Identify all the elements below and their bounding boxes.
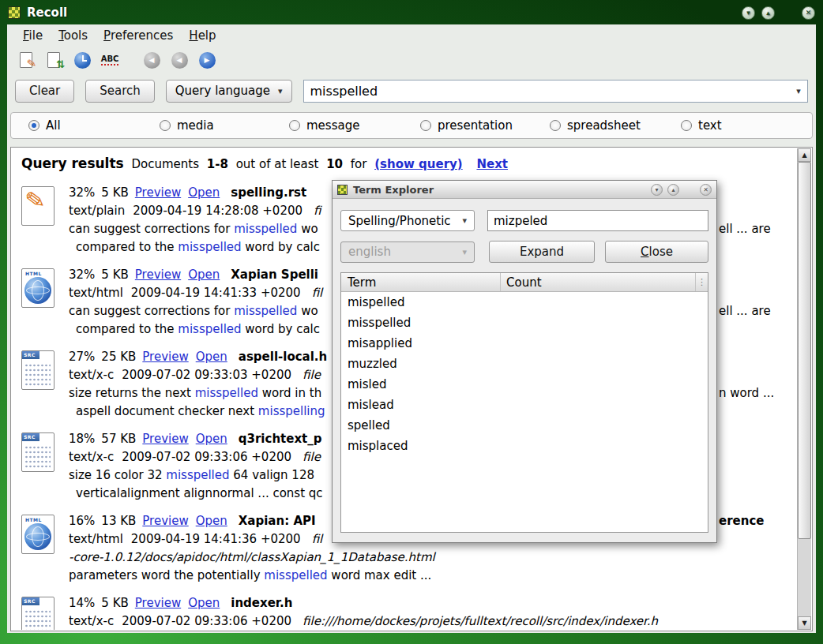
snippet-text: compared to the bbox=[76, 322, 178, 336]
query-language-select[interactable]: Query language ▾ bbox=[166, 80, 292, 103]
menu-preferences[interactable]: Preferences bbox=[96, 26, 181, 45]
radio-icon bbox=[160, 120, 171, 131]
open-link[interactable]: Open bbox=[188, 596, 220, 610]
term-row[interactable]: misapplied bbox=[341, 333, 708, 354]
prev-page-button[interactable]: ◀ bbox=[169, 50, 190, 70]
results-scrollbar[interactable]: ▲ ▼ bbox=[797, 148, 811, 630]
match-type-select[interactable]: Spelling/Phonetic ▾ bbox=[340, 210, 475, 231]
preview-link[interactable]: Preview bbox=[142, 432, 188, 446]
term-row[interactable]: spelled bbox=[341, 415, 708, 436]
dialog-shade-button[interactable]: ▾ bbox=[651, 184, 663, 196]
filter-media[interactable]: media bbox=[160, 118, 214, 133]
term-row[interactable]: mislead bbox=[341, 395, 708, 415]
scrollbar-thumb[interactable] bbox=[798, 162, 811, 539]
open-link[interactable]: Open bbox=[196, 514, 227, 528]
preview-link[interactable]: Preview bbox=[135, 268, 181, 282]
open-link[interactable]: Open bbox=[188, 268, 220, 282]
html-label: HTML bbox=[25, 517, 42, 522]
recoll-app-icon bbox=[337, 185, 348, 195]
dialog-body: Spelling/Phonetic ▾ english ▾ Expand Clo… bbox=[333, 199, 716, 542]
dialog-close-button[interactable]: ✕ bbox=[700, 184, 712, 196]
snippet-text: wo bbox=[297, 304, 318, 318]
explorer-buttons-row: english ▾ Expand Close bbox=[340, 241, 708, 263]
mime-type: text/html bbox=[69, 532, 123, 546]
next-page-button[interactable]: ▶ bbox=[197, 50, 217, 70]
preview-link[interactable]: Preview bbox=[142, 514, 188, 528]
filter-label: text bbox=[698, 118, 722, 133]
snippet-text: parameters word the potentially bbox=[69, 568, 264, 582]
query-language-label: Query language bbox=[175, 84, 270, 98]
first-page-button[interactable]: ◀ bbox=[141, 50, 162, 70]
term-explorer-dialog: Term Explorer ▾ ▴ ✕ Spelling/Phonetic ▾ … bbox=[332, 180, 717, 543]
source-file-icon: SRC bbox=[21, 597, 58, 630]
radio-icon bbox=[550, 120, 561, 131]
doc-path: fi bbox=[314, 204, 321, 218]
menu-file[interactable]: File bbox=[15, 26, 51, 45]
update-index-icon[interactable]: ⇅ bbox=[44, 50, 65, 70]
term-row[interactable]: misplaced bbox=[341, 436, 708, 456]
results-title: Query results bbox=[21, 155, 124, 171]
filter-row: All media message presentation spreadshe… bbox=[10, 112, 813, 139]
open-link[interactable]: Open bbox=[196, 350, 227, 364]
filter-text[interactable]: text bbox=[681, 118, 722, 133]
combobox-dropdown-icon[interactable]: ▾ bbox=[790, 86, 807, 96]
unshade-button[interactable]: ▴ bbox=[761, 6, 775, 20]
filter-message[interactable]: message bbox=[289, 118, 359, 133]
column-term[interactable]: Term bbox=[341, 273, 501, 291]
filter-label: All bbox=[46, 118, 61, 133]
filter-presentation[interactable]: presentation bbox=[420, 118, 513, 133]
preview-link[interactable]: Preview bbox=[135, 185, 181, 200]
snippet-highlight: misspelled bbox=[195, 386, 258, 400]
chevron-down-icon: ▾ bbox=[462, 215, 467, 226]
term-table-header[interactable]: Term Count ⋮ bbox=[341, 273, 708, 292]
filter-spreadsheet[interactable]: spreadsheet bbox=[550, 118, 641, 133]
show-query-link[interactable]: (show query) bbox=[374, 157, 462, 171]
pencil-icon: ✎ bbox=[24, 185, 47, 215]
source-file-icon: SRC bbox=[21, 350, 58, 391]
expand-button[interactable]: Expand bbox=[489, 241, 595, 263]
history-icon[interactable] bbox=[72, 50, 92, 70]
term-row[interactable]: muzzled bbox=[341, 354, 708, 374]
clear-button[interactable]: Clear bbox=[15, 80, 74, 103]
dialog-titlebar[interactable]: Term Explorer ▾ ▴ ✕ bbox=[333, 181, 716, 199]
column-count[interactable]: Count bbox=[501, 273, 695, 291]
preview-link[interactable]: Preview bbox=[135, 596, 181, 610]
clock-hand-icon bbox=[82, 60, 87, 62]
open-link[interactable]: Open bbox=[188, 185, 220, 200]
scroll-up-icon[interactable]: ▲ bbox=[798, 148, 811, 162]
menu-tools[interactable]: Tools bbox=[51, 26, 96, 45]
language-select[interactable]: english ▾ bbox=[340, 242, 475, 263]
term-row[interactable]: misled bbox=[341, 374, 708, 395]
header-text: Documents bbox=[131, 157, 199, 171]
open-link[interactable]: Open bbox=[196, 432, 227, 446]
window-titlebar[interactable]: Recoll ▾ ▴ ✕ bbox=[8, 3, 815, 22]
filter-all[interactable]: All bbox=[28, 118, 61, 133]
term-input[interactable] bbox=[487, 210, 708, 231]
scroll-down-icon[interactable]: ▼ bbox=[798, 616, 811, 630]
search-input[interactable] bbox=[304, 84, 790, 99]
search-button[interactable]: Search bbox=[85, 80, 155, 103]
snippet-text: aspell document checker next bbox=[76, 404, 258, 418]
menu-help[interactable]: Help bbox=[181, 26, 224, 45]
term-explorer-icon[interactable]: ABC bbox=[100, 50, 120, 70]
radio-icon bbox=[420, 120, 431, 131]
doc-date: 2009-07-02 09:33:03 +0200 bbox=[122, 368, 291, 382]
preview-link[interactable]: Preview bbox=[142, 350, 188, 364]
doc-path: file:///home/dockes/projets/fulltext/rec… bbox=[303, 614, 658, 628]
result-title: indexer.h bbox=[231, 596, 292, 610]
relevance-percent: 14% bbox=[69, 596, 95, 610]
term-row[interactable]: misspelled bbox=[341, 313, 708, 333]
close-window-button[interactable]: ✕ bbox=[802, 6, 815, 20]
result-title: Xapian Spelli bbox=[231, 268, 318, 282]
snippet-text: size returns the next bbox=[69, 386, 195, 400]
shade-button[interactable]: ▾ bbox=[742, 6, 755, 20]
close-button[interactable]: Close bbox=[605, 241, 708, 263]
result-title: aspell-local.h bbox=[239, 350, 327, 364]
clear-search-icon[interactable]: ✎ bbox=[17, 50, 37, 70]
mime-type: text/plain bbox=[69, 204, 125, 218]
snippet-highlight: misspelled bbox=[178, 240, 241, 254]
term-row[interactable]: mispelled bbox=[341, 292, 708, 313]
dialog-unshade-button[interactable]: ▴ bbox=[667, 184, 679, 196]
header-grip-icon[interactable]: ⋮ bbox=[695, 273, 708, 291]
next-page-link[interactable]: Next bbox=[476, 157, 508, 171]
